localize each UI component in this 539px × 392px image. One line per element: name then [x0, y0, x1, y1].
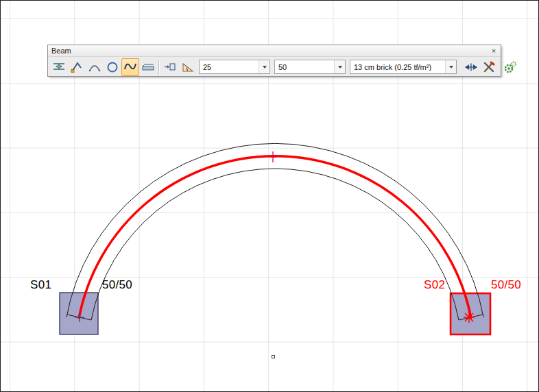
chevron-down-icon[interactable]	[259, 60, 270, 73]
spline-beam-icon[interactable]	[121, 58, 139, 76]
circle-beam-icon[interactable]	[104, 58, 121, 76]
slope-angle-icon[interactable]	[179, 58, 197, 76]
beam-width-value: 25	[200, 63, 259, 71]
beam-toolbar-title: Beam	[51, 47, 71, 55]
support-s02-label: S02	[424, 278, 445, 292]
plan-beam-icon[interactable]	[139, 58, 157, 76]
beam-toolbar-body: 25 50 13 cm brick (0.25 tf/m²)	[48, 57, 501, 77]
toolbar-separator	[158, 60, 160, 74]
beam-width-combo[interactable]: 25	[199, 60, 270, 74]
support-s01-label: S01	[30, 278, 51, 292]
section-offset-icon[interactable]	[161, 58, 179, 76]
beam-centerline-arc[interactable]	[79, 156, 471, 319]
beam-height-value: 50	[275, 63, 334, 71]
wall-load-combo[interactable]: 13 cm brick (0.25 tf/m²)	[350, 60, 457, 74]
axis-snap-icon[interactable]	[462, 58, 480, 76]
right-snap-marker	[464, 312, 475, 323]
polyline-beam-icon[interactable]	[68, 58, 86, 76]
app-window: S01 50/50 S02 50/50 Beam ×	[0, 0, 539, 392]
chevron-down-icon[interactable]	[334, 60, 345, 73]
arc-apex-marker	[269, 151, 277, 162]
wall-load-value: 13 cm brick (0.25 tf/m²)	[350, 63, 445, 71]
arc-beam-icon[interactable]	[86, 58, 104, 76]
chevron-down-icon[interactable]	[445, 60, 456, 73]
beam-toolbar-titlebar[interactable]: Beam ×	[48, 45, 501, 57]
close-icon[interactable]: ×	[489, 47, 499, 56]
beam-height-combo[interactable]: 50	[274, 60, 346, 74]
support-s02-section-label: 50/50	[491, 278, 521, 292]
straight-beam-icon[interactable]	[50, 58, 68, 76]
origin-point-marker	[272, 355, 275, 358]
settings-gear-icon[interactable]	[501, 58, 519, 76]
beam-outline-arcs[interactable]	[67, 143, 483, 320]
support-s01-section-label: 50/50	[102, 278, 132, 292]
beam-toolbar: Beam ×	[47, 45, 501, 77]
edit-tools-icon[interactable]	[480, 58, 498, 76]
